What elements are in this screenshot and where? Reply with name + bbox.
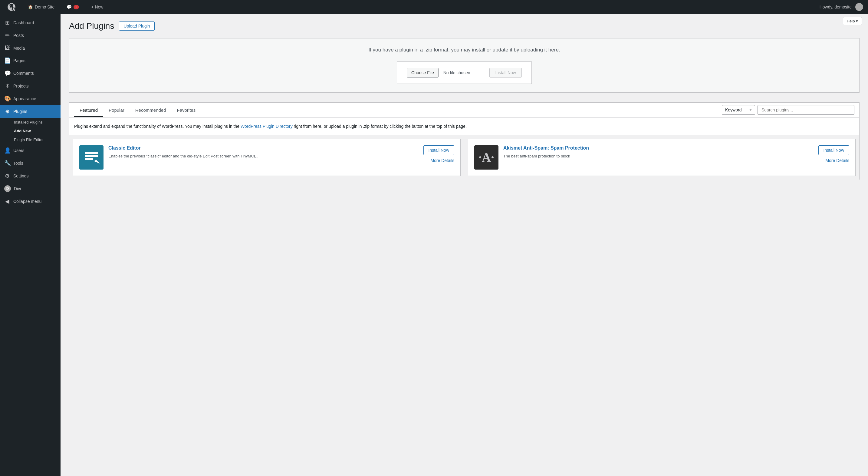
svg-rect-0 [85,152,98,154]
plugins-submenu: Installed Plugins Add New Plugin File Ed… [0,118,61,144]
sidebar-label-dashboard: Dashboard [13,20,34,25]
new-item[interactable]: + New [89,3,105,10]
media-icon: 🖼 [4,45,10,51]
upload-description: If you have a plugin in a .zip format, y… [69,47,859,53]
comment-icon: 💬 [67,4,72,9]
upload-form-box: Choose File No file chosen Install Now [397,61,532,84]
akismet-info: Akismet Anti-Spam: Spam Protection The b… [503,145,813,159]
sidebar-subitem-installed-plugins[interactable]: Installed Plugins [0,118,61,126]
users-icon: 👤 [4,147,10,154]
appearance-icon: 🎨 [4,95,10,102]
plugin-directory-link[interactable]: WordPress Plugin Directory [241,124,293,129]
classic-editor-info: Classic Editor Enables the previous "cla… [108,145,418,159]
sidebar-item-pages[interactable]: 📄 Pages [0,54,61,67]
projects-icon: ✳ [4,83,10,89]
tools-icon: 🔧 [4,160,10,167]
sidebar-item-collapse[interactable]: ◀ Collapse menu [0,195,61,208]
new-label: + New [91,4,103,9]
sidebar-label-appearance: Appearance [13,96,36,101]
wp-logo-item[interactable] [5,1,18,12]
description-text-1: Plugins extend and expand the functional… [74,124,241,129]
sidebar-label-divi: Divi [14,186,21,191]
tab-recommended[interactable]: Recommended [130,103,172,117]
plugins-icon: ⊕ [4,108,10,115]
install-now-button-akismet[interactable]: Install Now [818,145,849,155]
akismet-name: Akismet Anti-Spam: Spam Protection [503,145,813,151]
tabs-bar: Featured Popular Recommended Favorites K… [69,102,859,118]
akismet-letter: ·A· [478,150,494,165]
plugin-directory-description: Plugins extend and expand the functional… [69,118,859,136]
svg-rect-2 [85,158,93,160]
more-details-link-classic-editor[interactable]: More Details [430,158,454,163]
tabs-search-area: Keyword Author Tag [722,102,855,117]
sidebar-item-media[interactable]: 🖼 Media [0,42,61,54]
home-icon: 🏠 [28,4,33,9]
divi-icon: D [4,185,11,192]
page-title: Add Plugins [69,21,114,31]
sidebar-item-dashboard[interactable]: ⊞ Dashboard [0,17,61,29]
akismet-icon: ·A· [474,145,498,170]
comments-item[interactable]: 💬 0 [64,3,82,10]
howdy-label: Howdy, demosite [819,4,851,9]
sidebar-label-collapse: Collapse menu [13,199,41,204]
classic-editor-name: Classic Editor [108,145,418,151]
site-name-item[interactable]: 🏠 Demo Site [25,3,57,10]
akismet-actions: Install Now More Details [818,145,849,163]
sidebar-item-comments[interactable]: 💬 Comments [0,67,61,80]
admin-bar: 🏠 Demo Site 💬 0 + New Howdy, demosite [0,0,868,14]
upload-plugin-button[interactable]: Upload Plugin [119,22,154,31]
sidebar-label-tools: Tools [13,161,23,166]
page-header: Add Plugins Upload Plugin [69,21,860,31]
sidebar-label-plugins: Plugins [13,109,27,114]
svg-rect-1 [85,155,98,157]
search-plugins-input[interactable] [757,105,855,115]
help-button[interactable]: Help ▾ [843,17,862,25]
sidebar-subitem-plugin-file-editor[interactable]: Plugin File Editor [0,136,61,144]
collapse-icon: ◀ [4,198,10,205]
akismet-excerpt: The best anti-spam protection to block [503,153,813,159]
sidebar: ⊞ Dashboard ✏ Posts 🖼 Media 📄 Pages 💬 Co… [0,14,61,476]
sidebar-item-settings[interactable]: ⚙ Settings [0,170,61,182]
plugin-card-classic-editor: Classic Editor Enables the previous "cla… [73,139,461,176]
sidebar-label-users: Users [13,148,25,153]
tab-popular[interactable]: Popular [103,103,130,117]
sidebar-item-tools[interactable]: 🔧 Tools [0,157,61,170]
sidebar-label-posts: Posts [13,33,24,38]
install-now-button-classic-editor[interactable]: Install Now [424,145,454,155]
sidebar-item-divi[interactable]: D Divi [0,182,61,195]
sidebar-label-pages: Pages [13,58,25,63]
posts-icon: ✏ [4,32,10,39]
sidebar-item-appearance[interactable]: 🎨 Appearance [0,92,61,105]
tab-favorites[interactable]: Favorites [171,103,201,117]
sidebar-item-plugins[interactable]: ⊕ Plugins [0,105,61,118]
classic-editor-actions: Install Now More Details [424,145,454,163]
search-filter-select[interactable]: Keyword Author Tag [722,105,755,115]
upload-section: If you have a plugin in a .zip format, y… [69,38,860,93]
svg-marker-3 [94,160,100,163]
dashboard-icon: ⊞ [4,19,10,26]
sidebar-label-comments: Comments [13,71,34,76]
tab-featured[interactable]: Featured [74,103,103,117]
plugin-cards-grid: Classic Editor Enables the previous "cla… [69,136,859,180]
user-avatar [855,3,863,11]
sidebar-label-media: Media [13,46,25,51]
no-file-chosen-label: No file chosen [443,70,470,75]
sidebar-item-users[interactable]: 👤 Users [0,144,61,157]
more-details-link-akismet[interactable]: More Details [825,158,849,163]
sidebar-label-settings: Settings [13,174,29,178]
plugin-tabs-section: Featured Popular Recommended Favorites K… [69,102,860,180]
plugin-card-akismet: ·A· Akismet Anti-Spam: Spam Protection T… [468,139,856,176]
sidebar-item-projects[interactable]: ✳ Projects [0,80,61,92]
comments-icon: 💬 [4,70,10,77]
classic-editor-icon [79,145,103,170]
pages-icon: 📄 [4,57,10,64]
description-text-2: right from here, or upload a plugin in .… [293,124,467,129]
classic-editor-excerpt: Enables the previous "classic" editor an… [108,153,418,159]
sidebar-subitem-add-new[interactable]: Add New [0,126,61,136]
main-content: Add Plugins Upload Plugin If you have a … [61,14,868,476]
choose-file-button[interactable]: Choose File [407,68,438,78]
sidebar-label-projects: Projects [13,84,29,88]
install-now-button-upload[interactable]: Install Now [489,68,522,78]
site-name: Demo Site [35,4,55,9]
sidebar-item-posts[interactable]: ✏ Posts [0,29,61,42]
